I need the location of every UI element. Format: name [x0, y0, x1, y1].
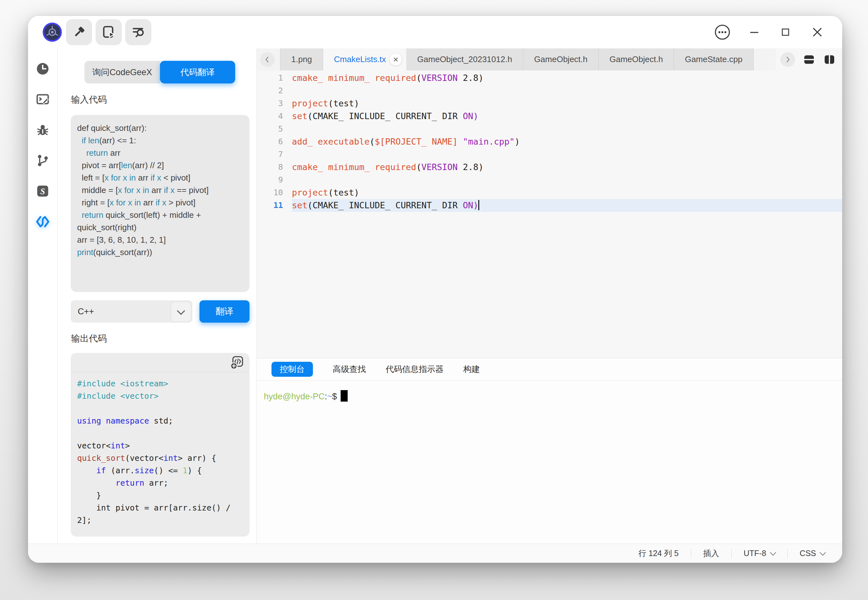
sidebar-item-terminal-editor[interactable] [35, 91, 51, 108]
search-in-files-button[interactable] [125, 19, 151, 45]
editor-area: 1.png CmakeLists.tx GameObject_20231012.… [257, 48, 842, 544]
editor-line[interactable]: 3project(test) [257, 97, 842, 110]
editor-line[interactable]: 6add_ executable($[PROJECT_ NAME] "main.… [257, 135, 842, 148]
code-line: quick_sort(right) [77, 221, 243, 234]
split-vertical-button[interactable] [823, 53, 836, 66]
editor-code-view[interactable]: 1cmake_ minimum_ required(VERSION 2.8)23… [257, 70, 842, 358]
editor-line[interactable]: 8cmake_ minimum_ required(VERSION 2.8) [257, 161, 842, 174]
status-line-col[interactable]: 行 124 列 5 [638, 548, 678, 559]
console-terminal[interactable]: hyde@hyde-PC:~$ [257, 380, 842, 402]
status-encoding-label: UTF-8 [744, 549, 766, 558]
terminal-cursor [341, 390, 348, 402]
code-line: return arr [77, 147, 243, 159]
editor-line[interactable]: 1cmake_ minimum_ required(VERSION 2.8) [257, 72, 842, 84]
translate-button[interactable]: 翻译 [199, 300, 249, 323]
code-line: if (arr.size() <= 1) { [77, 464, 243, 477]
minimize-icon [748, 26, 760, 38]
status-separator [691, 549, 691, 558]
output-code-text[interactable]: #include <iostream>#include <vector> usi… [71, 372, 249, 532]
output-code-label: 输出代码 [71, 332, 107, 345]
tabs-scroll-left-button[interactable] [260, 52, 275, 67]
terminal-editor-icon [35, 92, 50, 107]
tab-close-button[interactable] [390, 53, 402, 66]
status-language[interactable]: CSS [800, 549, 825, 558]
status-insert-mode[interactable]: 插入 [703, 548, 719, 559]
build-button[interactable] [66, 19, 92, 45]
code-line: return arr; [77, 477, 243, 489]
editor-line[interactable]: 11set(CMAKE_ INCLUDE_ CURRENT_ DIR ON) [257, 199, 842, 212]
code-line: } [77, 489, 243, 502]
status-line-col-label: 行 124 列 5 [638, 548, 678, 559]
status-encoding[interactable]: UTF-8 [744, 549, 775, 558]
code-line: using namespace std; [77, 415, 243, 427]
sidebar-item-history[interactable] [35, 61, 51, 77]
status-bar: 行 124 列 5 插入 UTF-8 CSS [28, 544, 842, 563]
code-line: right = [x for x in arr if x > pivot] [77, 197, 243, 209]
tab-advanced-search[interactable]: 高级查找 [333, 364, 366, 375]
editor-line[interactable]: 10project(test) [257, 186, 842, 199]
debug-bug-icon [35, 123, 50, 137]
tab-code-info-indicator[interactable]: 代码信息指示器 [385, 364, 443, 375]
sidebar-item-git[interactable] [35, 152, 51, 169]
code-line: arr = [3, 6, 8, 10, 1, 2, 1] [77, 234, 243, 246]
editor-tab-gameobject-dated[interactable]: GameObject_20231012.h [406, 48, 523, 70]
app-gear-logo [42, 22, 62, 42]
sidebar-item-codegeex[interactable] [35, 214, 51, 230]
codegeex-panel: 询问CodeGeeX 代码翻译 输入代码 def quick_sort(arr)… [58, 48, 257, 544]
chevron-right-icon [783, 55, 792, 64]
insert-code-button[interactable] [229, 355, 244, 370]
line-number: 9 [257, 174, 292, 186]
select-chevron-button[interactable] [171, 302, 191, 322]
window-controls [711, 16, 842, 48]
code-line: pivot = arr[len(arr) // 2] [77, 159, 243, 172]
text-caret [478, 200, 479, 210]
editor-tab-1png[interactable]: 1.png [280, 48, 323, 70]
tab-ask-codegeex[interactable]: 询问CodeGeeX [85, 61, 160, 83]
terminal-user: hyde@hyde-PC [264, 392, 325, 401]
chevron-down-icon [819, 549, 826, 556]
sidebar-item-s-plugin[interactable]: S [35, 183, 51, 199]
editor-line[interactable]: 4set(CMAKE_ INCLUDE_ CURRENT_ DIR ON) [257, 110, 842, 123]
editor-tab-bar: 1.png CmakeLists.tx GameObject_20231012.… [257, 48, 842, 70]
tabs-scroll-right-button[interactable] [780, 52, 795, 67]
more-options-button[interactable] [711, 21, 734, 44]
line-number: 4 [257, 110, 292, 123]
input-code-box[interactable]: def quick_sort(arr): if len(arr) <= 1: r… [71, 115, 249, 292]
status-language-label: CSS [800, 549, 816, 558]
editor-tab-gameobject-h1[interactable]: GameObject.h [523, 48, 599, 70]
tab-build[interactable]: 构建 [463, 364, 480, 375]
maximize-button[interactable] [774, 21, 797, 44]
code-line: quick_sort(vector<int> arr) { [77, 452, 243, 464]
editor-tab-label: CmakeLists.tx [334, 55, 386, 64]
run-file-icon [101, 25, 116, 39]
code-line: #include <iostream> [77, 377, 243, 390]
split-horizontal-button[interactable] [803, 53, 815, 66]
editor-line[interactable]: 2 [257, 84, 842, 97]
close-button[interactable] [806, 21, 829, 44]
editor-line[interactable]: 9 [257, 174, 842, 186]
search-list-icon [131, 25, 146, 39]
line-number: 2 [257, 84, 292, 97]
tab-ask-codegeex-label: 询问CodeGeeX [93, 67, 152, 78]
editor-line[interactable]: 5 [257, 123, 842, 135]
svg-text:S: S [41, 186, 45, 196]
editor-tab-label: GameObject_20231012.h [417, 55, 512, 64]
editor-tab-gameobject-h2[interactable]: GameObject.h [599, 48, 674, 70]
editor-tab-cmakelists[interactable]: CmakeLists.tx [323, 48, 406, 70]
sidebar-item-debug[interactable] [35, 122, 51, 138]
editor-tab-label: GameState.cpp [685, 55, 742, 64]
code-line: middle = [x for x in arr if x == pivot] [77, 184, 243, 197]
editor-line[interactable]: 7 [257, 148, 842, 161]
code-line: left = [x for x in arr if x < pivot] [77, 172, 243, 184]
terminal-path: ~ [327, 392, 332, 401]
tab-code-translate[interactable]: 代码翻译 [160, 61, 235, 83]
run-file-button[interactable] [96, 19, 122, 45]
tab-console[interactable]: 控制台 [272, 362, 313, 377]
editor-tab-gamestate-cpp[interactable]: GameState.cpp [674, 48, 754, 70]
target-language-select[interactable]: C++ [71, 300, 193, 323]
editor-tab-label: GameObject.h [534, 55, 587, 64]
line-number: 1 [257, 72, 292, 84]
code-line: print(quick_sort(arr)) [77, 246, 243, 259]
line-number: 7 [257, 148, 292, 161]
minimize-button[interactable] [743, 21, 766, 44]
